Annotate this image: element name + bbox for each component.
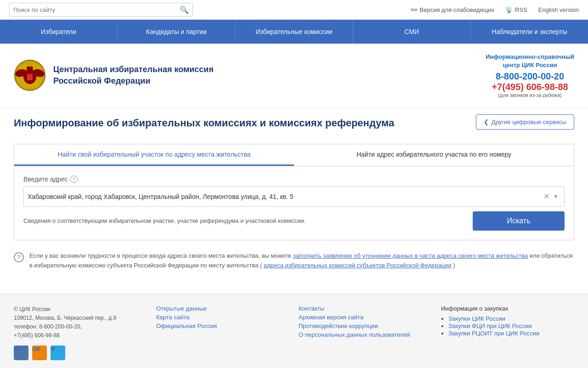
nav-candidates[interactable]: Кандидаты и партии: [118, 20, 235, 44]
vk-icon[interactable]: ВК: [14, 345, 28, 360]
phone2: +7(495) 606-98-88: [486, 82, 574, 92]
help-icon-small: ?: [70, 176, 78, 183]
address-label: Введите адрес ?: [23, 176, 565, 183]
main-nav: Избиратели Кандидаты и партии Избиратель…: [0, 20, 588, 44]
tabs-header: Найти свой избирательный участок по адре…: [14, 144, 574, 166]
footer-col-1: © ЦИК России 109012, Москва, Б. Черкасск…: [14, 305, 147, 362]
tab-by-number[interactable]: Найти адрес избирательного участка по ег…: [294, 144, 574, 166]
address-input[interactable]: [28, 193, 542, 200]
footer-purchases-cik[interactable]: Закупки ЦИК России: [448, 315, 505, 322]
chevron-left-icon: ❮: [484, 119, 489, 125]
tab-by-address[interactable]: Найти свой избирательный участок по адре…: [14, 144, 294, 166]
nav-observers[interactable]: Наблюдатели и эксперты: [471, 20, 588, 44]
search-button[interactable]: 🔍: [176, 6, 192, 14]
search-wrap: 🔍: [9, 3, 193, 17]
rss-link[interactable]: 📡 RSS: [505, 6, 527, 13]
phone-note: (для звонков из-за рубежа): [486, 92, 574, 98]
address-input-wrap: ✕ ▼: [23, 187, 565, 207]
tab-content: Введите адрес ? ✕ ▼ Сведения о соответст…: [14, 166, 574, 240]
logo-text: Центральная избирательная комиссия Росси…: [53, 64, 214, 87]
clear-button[interactable]: ✕: [542, 192, 551, 201]
footer-col-2: Открытые данные Карта сайта Официальная …: [156, 305, 289, 362]
other-services-button[interactable]: ❮ Другие цифровые сервисы: [476, 114, 574, 130]
footer-archive[interactable]: Архивная версия сайта: [299, 314, 432, 321]
help-link1[interactable]: заполнить заявление об уточнении данных …: [293, 252, 528, 259]
footer-official-russia[interactable]: Официальная Россия: [156, 323, 289, 329]
footer-sitemap[interactable]: Карта сайта: [156, 314, 289, 321]
top-bar-right: 👓 Версия для слабовидящих 📡 RSS English …: [410, 6, 579, 13]
footer-col-3: Контакты Архивная версия сайта Противоде…: [299, 305, 432, 362]
nav-media[interactable]: СМИ: [353, 20, 471, 44]
nav-commissions[interactable]: Избирательные комиссии: [235, 20, 353, 44]
help-circle-icon: ?: [14, 252, 24, 262]
ok-icon[interactable]: ОК: [32, 345, 47, 360]
footer-grid: © ЦИК России 109012, Москва, Б. Черкасск…: [14, 305, 574, 362]
footer-personal-data[interactable]: О персональных данных пользователей: [299, 331, 432, 338]
emblem-icon: [14, 59, 46, 91]
accessibility-link[interactable]: 👓 Версия для слабовидящих: [410, 6, 495, 13]
footer-anticorruption[interactable]: Противодействие коррупции: [299, 323, 432, 329]
glasses-icon: 👓: [410, 6, 418, 13]
search-input[interactable]: [10, 6, 176, 13]
social-icons: ВК ОК ✈: [14, 345, 147, 362]
telegram-icon[interactable]: ✈: [51, 345, 65, 360]
main-content: ❮ Другие цифровые сервисы Информирование…: [0, 108, 588, 279]
search-button-main[interactable]: Искать: [473, 211, 565, 231]
info-center: Информационно-справочныйцентр ЦИК России…: [486, 53, 574, 98]
help-link2[interactable]: адреса избирательных комиссий субъектов …: [264, 262, 452, 269]
nav-voters[interactable]: Избиратели: [0, 20, 118, 44]
site-header: Центральная избирательная комиссия Росси…: [0, 44, 588, 108]
logo-area: Центральная избирательная комиссия Росси…: [14, 59, 214, 91]
phone1: 8-800-200-00-20: [486, 71, 574, 82]
footer: © ЦИК России 109012, Москва, Б. Черкасск…: [0, 294, 588, 368]
footer-contacts[interactable]: Контакты: [299, 305, 432, 312]
footer-col-4: Информация о закупках Закупки ЦИК России…: [441, 305, 574, 362]
english-link[interactable]: English version: [538, 6, 579, 13]
info-note-wrap: Сведения о соответствующем избирательном…: [23, 211, 565, 231]
rss-icon: 📡: [505, 6, 513, 13]
info-note-text: Сведения о соответствующем избирательном…: [23, 217, 305, 224]
svg-rect-6: [28, 64, 32, 67]
svg-rect-8: [27, 74, 33, 80]
top-bar: 🔍 👓 Версия для слабовидящих 📡 RSS Englis…: [0, 0, 588, 20]
footer-purchases-fci[interactable]: Закупки ФЦИ при ЦИК России: [448, 323, 532, 329]
help-text: Если у вас возникли трудности в процессе…: [29, 251, 574, 271]
help-section: ? Если у вас возникли трудности в процес…: [14, 251, 574, 271]
tabs-container: Найти свой избирательный участок по адре…: [14, 144, 574, 240]
footer-purchases-rcoit[interactable]: Закупки РЦОИТ при ЦИК России: [448, 330, 539, 337]
dropdown-button[interactable]: ▼: [551, 193, 560, 200]
footer-open-data[interactable]: Открытые данные: [156, 305, 289, 312]
